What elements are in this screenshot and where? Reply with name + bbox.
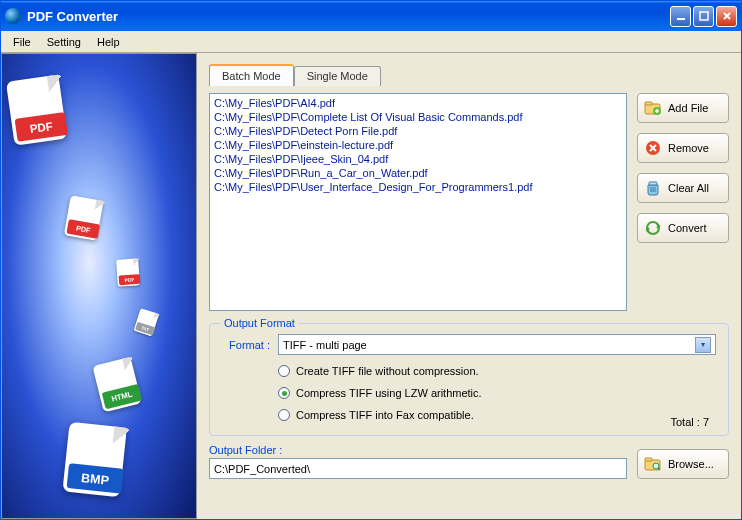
- svg-rect-1: [700, 12, 708, 20]
- add-file-label: Add File: [668, 102, 708, 114]
- radio-icon: [278, 409, 290, 421]
- menubar: File Setting Help: [1, 31, 741, 53]
- app-window: PDF Converter File Setting Help PDF PDF …: [0, 0, 742, 520]
- sidebar-badge-pdf-2: PDF: [64, 195, 107, 242]
- svg-rect-3: [645, 102, 652, 105]
- output-format-group: Output Format Format : TIFF - multi page…: [209, 323, 729, 436]
- sidebar-badge-html: HTML: [92, 356, 145, 414]
- svg-rect-0: [677, 18, 685, 20]
- sidebar-badge-pdf-3: PDF: [116, 258, 142, 287]
- titlebar[interactable]: PDF Converter: [1, 1, 741, 31]
- sidebar-badge-bmp: BMP: [62, 422, 132, 501]
- output-folder-row: Output Folder : C:\PDF_Converted\ Browse…: [209, 444, 729, 479]
- convert-icon: [644, 219, 662, 237]
- main-panel: Batch Mode Single Mode C:\My_Files\PDF\A…: [197, 53, 741, 519]
- menu-setting[interactable]: Setting: [39, 34, 89, 50]
- radio-icon: [278, 365, 290, 377]
- menu-help[interactable]: Help: [89, 34, 128, 50]
- output-format-legend: Output Format: [220, 317, 299, 329]
- file-list[interactable]: C:\My_Files\PDF\AI4.pdf C:\My_Files\PDF\…: [209, 93, 627, 311]
- format-select[interactable]: TIFF - multi page ▾: [278, 334, 716, 355]
- button-column: Add File Remove Clear All Convert: [637, 93, 729, 311]
- browse-label: Browse...: [668, 458, 714, 470]
- remove-button[interactable]: Remove: [637, 133, 729, 163]
- radio-label: Create TIFF file without compression.: [296, 365, 479, 377]
- menu-file[interactable]: File: [5, 34, 39, 50]
- output-folder-label: Output Folder :: [209, 444, 627, 456]
- add-file-button[interactable]: Add File: [637, 93, 729, 123]
- radio-label: Compress TIFF using LZW arithmetic.: [296, 387, 482, 399]
- list-item[interactable]: C:\My_Files\PDF\Run_a_Car_on_Water.pdf: [214, 166, 622, 180]
- tab-batch-mode[interactable]: Batch Mode: [209, 64, 294, 86]
- output-folder-value: C:\PDF_Converted\: [214, 463, 310, 475]
- list-item[interactable]: C:\My_Files\PDF\AI4.pdf: [214, 96, 622, 110]
- tab-single-mode[interactable]: Single Mode: [294, 66, 381, 86]
- clear-all-button[interactable]: Clear All: [637, 173, 729, 203]
- maximize-button[interactable]: [693, 6, 714, 27]
- radio-lzw[interactable]: Compress TIFF using LZW arithmetic.: [278, 387, 716, 399]
- sidebar: PDF PDF PDF TXT HTML BMP: [1, 53, 197, 519]
- app-icon: [5, 8, 21, 24]
- list-item[interactable]: C:\My_Files\PDF\Complete List Of Visual …: [214, 110, 622, 124]
- list-item[interactable]: C:\My_Files\PDF\User_Interface_Design_Fo…: [214, 180, 622, 194]
- close-icon: [722, 11, 732, 21]
- minimize-button[interactable]: [670, 6, 691, 27]
- radio-label: Compress TIFF into Fax compatible.: [296, 409, 474, 421]
- convert-button[interactable]: Convert: [637, 213, 729, 243]
- clear-all-icon: [644, 179, 662, 197]
- add-file-icon: [644, 99, 662, 117]
- radio-fax[interactable]: Compress TIFF into Fax compatible.: [278, 409, 716, 421]
- sidebar-badge-pdf-1: PDF: [6, 74, 72, 148]
- list-item[interactable]: C:\My_Files\PDF\Ijeee_Skin_04.pdf: [214, 152, 622, 166]
- remove-icon: [644, 139, 662, 157]
- radio-icon: [278, 387, 290, 399]
- output-folder-col: Output Folder : C:\PDF_Converted\: [209, 444, 627, 479]
- close-button[interactable]: [716, 6, 737, 27]
- list-item[interactable]: C:\My_Files\PDF\Detect Porn File.pdf: [214, 124, 622, 138]
- format-label: Format :: [222, 339, 270, 351]
- remove-label: Remove: [668, 142, 709, 154]
- chevron-down-icon: ▾: [695, 337, 711, 353]
- maximize-icon: [699, 11, 709, 21]
- radio-no-compression[interactable]: Create TIFF file without compression.: [278, 365, 716, 377]
- format-row: Format : TIFF - multi page ▾: [222, 334, 716, 355]
- browse-button[interactable]: Browse...: [637, 449, 729, 479]
- sidebar-badge-txt: TXT: [133, 308, 160, 338]
- window-title: PDF Converter: [27, 9, 668, 24]
- file-row: C:\My_Files\PDF\AI4.pdf C:\My_Files\PDF\…: [209, 93, 729, 311]
- format-selected-value: TIFF - multi page: [283, 339, 367, 351]
- clear-all-label: Clear All: [668, 182, 709, 194]
- minimize-icon: [676, 11, 686, 21]
- body: PDF PDF PDF TXT HTML BMP Batch Mode Sing…: [1, 53, 741, 519]
- svg-rect-6: [649, 182, 657, 185]
- svg-rect-9: [645, 458, 652, 461]
- convert-label: Convert: [668, 222, 707, 234]
- list-item[interactable]: C:\My_Files\PDF\einstein-lecture.pdf: [214, 138, 622, 152]
- tabs: Batch Mode Single Mode: [209, 64, 729, 86]
- folder-search-icon: [644, 455, 662, 473]
- output-folder-input[interactable]: C:\PDF_Converted\: [209, 458, 627, 479]
- compression-radios: Create TIFF file without compression. Co…: [222, 365, 716, 421]
